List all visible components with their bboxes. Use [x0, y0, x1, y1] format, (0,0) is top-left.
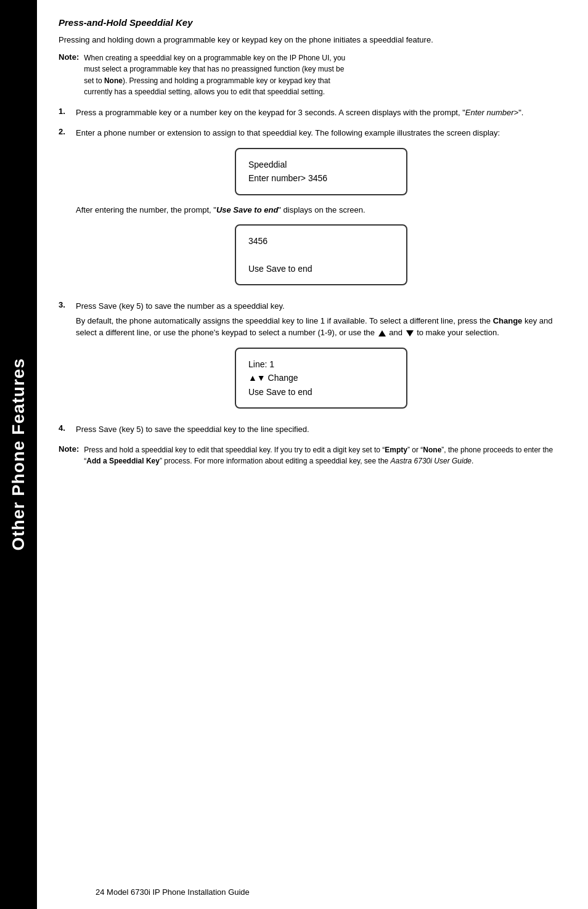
intro-text: Pressing and holding down a programmable…: [59, 34, 566, 46]
main-content: Press-and-Hold Speeddial Key Pressing an…: [37, 0, 588, 909]
screen2-line2: [248, 248, 394, 262]
note2-none: None: [423, 446, 441, 454]
step3-text1: Press Save (key 5) to save the number as…: [76, 300, 566, 312]
screen-box-1: Speeddial Enter number> 3456: [235, 148, 407, 195]
note1-none: None: [104, 76, 123, 85]
note-1: Note: When creating a speeddial key on a…: [59, 52, 566, 98]
screen2-line1: 3456: [248, 234, 394, 248]
note2-body: Press and hold a speeddial key to edit t…: [84, 444, 566, 467]
step3-label: 3.: [59, 300, 73, 309]
step1-content: Press a programmable key or a number key…: [76, 107, 566, 121]
screen3-line3: Use Save to end: [248, 385, 394, 399]
after-screen1-text: After entering the number, the prompt, "…: [76, 204, 566, 216]
screen-box-2: 3456 Use Save to end: [235, 224, 407, 285]
step2-content: Enter a phone number or extension to ass…: [76, 127, 566, 294]
note2-add-key: Add a Speeddial Key: [86, 457, 160, 465]
screen3-line1: Line: 1: [248, 357, 394, 371]
note2-label: Note:: [59, 444, 79, 454]
change-bold: Change: [493, 316, 523, 325]
triangle-down-icon: [406, 330, 414, 336]
step3-text2: By default, the phone automatically assi…: [76, 315, 566, 339]
sidebar-label: Other Phone Features: [9, 358, 28, 551]
note1-body: When creating a speeddial key on a progr…: [84, 52, 345, 98]
screen-box-3: Line: 1 ▲▼ Change Use Save to end: [235, 348, 407, 409]
step1-italic: Enter number>: [465, 108, 518, 117]
step1-text: Press a programmable key or a number key…: [76, 107, 566, 119]
step-2: Enter a phone number or extension to ass…: [59, 127, 566, 294]
note2-empty: Empty: [385, 446, 407, 454]
step4-text: Press Save (key 5) to save the speeddial…: [76, 423, 566, 436]
note2-guide: Aastra 6730i User Guide: [391, 457, 472, 465]
section-title: Press-and-Hold Speeddial Key: [59, 17, 566, 28]
step4-label: 4.: [59, 423, 73, 433]
steps-list: Press a programmable key or a number key…: [59, 107, 566, 294]
sidebar: Other Phone Features: [0, 0, 37, 909]
note-2: Note: Press and hold a speeddial key to …: [59, 444, 566, 467]
footer-text: 24 Model 6730i IP Phone Installation Gui…: [96, 887, 250, 897]
screen1-line2: Enter number> 3456: [248, 171, 394, 185]
step-1: Press a programmable key or a number key…: [59, 107, 566, 121]
step4-content: Press Save (key 5) to save the speeddial…: [76, 423, 566, 438]
use-save-italic: Use Save to end: [216, 205, 278, 214]
screen2-line3: Use Save to end: [248, 262, 394, 275]
screen1-line1: Speeddial: [248, 158, 394, 171]
step3-content: Press Save (key 5) to save the number as…: [76, 300, 566, 417]
triangle-up-icon: [378, 330, 386, 336]
screen3-line2: ▲▼ Change: [248, 371, 394, 385]
step2-text: Enter a phone number or extension to ass…: [76, 127, 566, 139]
note1-label: Note:: [59, 52, 79, 62]
